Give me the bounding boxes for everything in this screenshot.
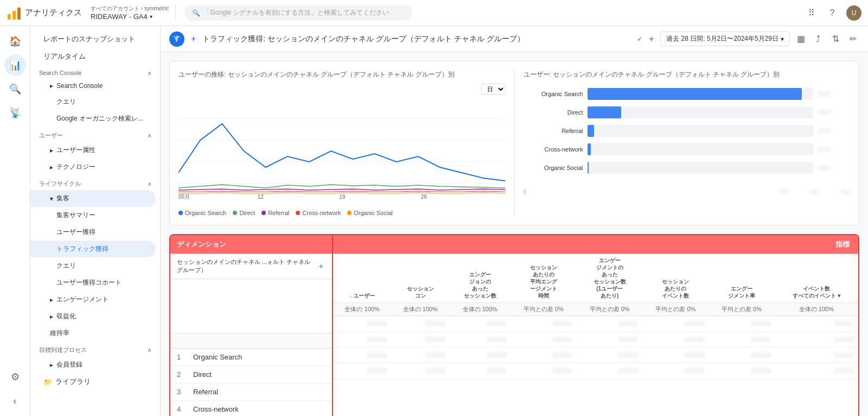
bar-chart-x-axis: 0 ### ### ### <box>524 189 851 195</box>
bar-fill <box>588 88 802 100</box>
cell-event-count: ###### <box>775 316 858 332</box>
sidebar-section-lifecycle[interactable]: ライフサイクル ∧ <box>30 175 160 190</box>
bar-label: Referral <box>524 128 583 134</box>
compare-icon[interactable]: ⇅ <box>829 33 842 46</box>
dimension-subtotal-row <box>170 333 332 349</box>
search-bar[interactable]: 🔍 「Google シグナルを有効にする方法」と検索してみてください <box>184 5 412 21</box>
table-row[interactable]: 4 Cross-network <box>170 401 332 416</box>
svg-text:05月: 05月 <box>178 194 190 200</box>
nav-reports[interactable]: 📊 <box>4 54 26 76</box>
row-label: Direct <box>193 370 212 379</box>
charts-section: ユーザーの推移: セッションのメインのチャネル グループ（デフォルト チャネル … <box>169 61 859 225</box>
period-selector[interactable]: 日 週 月 <box>481 84 506 94</box>
bar-fill <box>588 125 594 137</box>
sidebar-section-user[interactable]: ユーザー ∧ <box>30 127 160 142</box>
date-range-text: 過去 28 日間: 5月2日〜2024年5月29日 <box>666 34 778 43</box>
col-header-engaged-sessions[interactable]: エングージョンのあったセッション数 <box>449 254 510 303</box>
sidebar-item-snapshot[interactable]: レポートのスナップショット <box>30 30 156 48</box>
bar-track <box>588 125 814 137</box>
subtotal-users: 全体の 100% <box>333 303 391 316</box>
date-range-picker[interactable]: 過去 28 日間: 5月2日〜2024年5月29日 ▾ <box>660 31 790 46</box>
cell-sessions: ###### <box>391 316 449 332</box>
sidebar-item-retention[interactable]: 維持率 <box>30 325 156 342</box>
table-row[interactable]: 2 Direct <box>170 366 332 383</box>
col-header-event-count[interactable]: イベント数すべてのイベント ▾ <box>775 254 858 303</box>
dimension-header: ディメンション <box>170 235 332 254</box>
legend-cross-network: Cross-network <box>296 210 341 216</box>
line-chart-section: ユーザーの推移: セッションのメインのチャネル グループ（デフォルト チャネル … <box>178 70 506 216</box>
chart-legend: Organic Search Direct Referral Cros <box>178 210 506 216</box>
app-name: アナリティクス <box>25 8 82 18</box>
nav-advertising[interactable]: 📡 <box>4 102 26 124</box>
section-label: ユーザー <box>39 131 63 140</box>
col-header-avg-engagement[interactable]: セッションあたりの平均エングージメント時間 <box>510 254 577 303</box>
col-header-users[interactable]: ↓ ユーザー <box>333 254 391 303</box>
avatar[interactable]: U <box>846 5 861 21</box>
cell-sessions: ###### <box>391 363 449 379</box>
account-name[interactable]: RIDEAWAY - GA4 ▾ <box>91 12 169 21</box>
svg-text:26: 26 <box>421 194 427 200</box>
sidebar-item-acquisition[interactable]: ▾ 集客 <box>30 190 156 207</box>
bar-row-organic-social: Organic Social #### <box>524 162 851 174</box>
table-row: ###### ###### ###### ###### ###### #####… <box>333 332 858 348</box>
sidebar-item-acquisition-summary[interactable]: 集客サマリー <box>30 207 156 224</box>
bar-value: #### <box>818 128 850 134</box>
cell-event-count: ###### <box>775 363 858 379</box>
table-row[interactable]: 1 Organic Search <box>170 349 332 366</box>
add-comparison-button[interactable]: + <box>647 34 656 44</box>
sort-arrow: ↓ <box>349 293 352 299</box>
nav-settings[interactable]: ⚙ <box>4 366 26 388</box>
share-icon[interactable]: ⤴ <box>812 33 825 46</box>
add-tab-button[interactable]: + <box>189 34 198 44</box>
col-header-sessions[interactable]: セッションコン <box>391 254 449 303</box>
metrics-panel: 指標 ↓ ユーザー セッションコン エングージョンのあったセッション数 セッショ… <box>333 235 858 416</box>
sidebar-item-traffic-acquisition[interactable]: トラフィック獲得 <box>30 241 156 257</box>
sidebar-item-search-console[interactable]: ▸ Search Console <box>30 78 156 93</box>
sidebar-item-realtime[interactable]: リアルタイム <box>30 48 156 65</box>
sidebar-item-cohort[interactable]: ユーザー獲得コホート <box>30 274 156 291</box>
sidebar-item-query[interactable]: クエリ <box>30 93 156 110</box>
dimension-column-label: セッションのメインのチャネル ...ォルト チャネル グループ） <box>177 258 317 274</box>
bar-row-cross-network: Cross-network #### <box>524 143 851 155</box>
sidebar-item-user-acquisition[interactable]: ユーザー獲得 <box>30 224 156 241</box>
page-title: トラフィック獲得: セッションのメインのチャネル グループ（デフォルト チャネル… <box>202 34 633 44</box>
add-dimension-button[interactable]: + <box>317 262 326 270</box>
table-row: ###### ###### ###### ###### ###### #####… <box>333 348 858 363</box>
apps-icon[interactable]: ⠿ <box>805 7 818 20</box>
sidebar-item-member-register[interactable]: ▸ 会員登録 <box>30 356 156 373</box>
sidebar-item-technology[interactable]: ▸ テクノロジー <box>30 159 156 175</box>
expand-icon: ▸ <box>50 163 53 171</box>
sidebar-item-organic-search[interactable]: Google オーガニック検索レ... <box>30 110 156 127</box>
subtotal-event-count: 全体の 100% <box>775 303 858 316</box>
cell-engaged: ###### <box>449 363 510 379</box>
sidebar-item-demographics[interactable]: ▸ ユーザー属性 <box>30 142 156 159</box>
sidebar-item-query2[interactable]: クエリ <box>30 257 156 274</box>
table-row[interactable]: 3 Referral <box>170 383 332 401</box>
col-header-events-per-session[interactable]: セッションあたりのイベント数 <box>643 254 709 303</box>
subheader-right: ✓ + 過去 28 日間: 5月2日〜2024年5月29日 ▾ ▦ ⤴ ⇅ ✏ <box>637 31 859 46</box>
sidebar-item-monetization[interactable]: ▸ 収益化 <box>30 308 156 325</box>
legend-referral: Referral <box>261 210 289 216</box>
sidebar-item-engagement[interactable]: ▸ エンゲージメント <box>30 291 156 308</box>
metrics-header: 指標 <box>333 235 858 254</box>
nav-icons: 🏠 📊 🔍 📡 ⚙ ‹ <box>0 26 30 416</box>
edit-icon[interactable]: ✏ <box>846 33 859 46</box>
expand-icon: ▾ <box>50 195 53 203</box>
legend-dot <box>261 211 266 215</box>
subtotal-avg-eng: 平均との差 0% <box>510 303 577 316</box>
search-placeholder: 「Google シグナルを有効にする方法」と検索してみてください <box>203 8 389 17</box>
bar-fill <box>588 143 591 155</box>
nav-collapse[interactable]: ‹ <box>4 390 26 412</box>
sidebar-section-search-console[interactable]: Search Console ∧ <box>30 65 160 78</box>
col-header-engagement-rate[interactable]: エングージメント率 <box>709 254 775 303</box>
sidebar-item-library[interactable]: 📁 ライブラリ <box>30 373 156 390</box>
cell-eng-per-user: ###### <box>577 316 643 332</box>
nav-explore[interactable]: 🔍 <box>4 78 26 100</box>
cell-eng-per-user: ###### <box>577 332 643 348</box>
col-header-engaged-per-user[interactable]: エンゲージメントのあったセッション数(1ユーザーあたり) <box>577 254 643 303</box>
bar-chart-icon[interactable]: ▦ <box>794 33 807 46</box>
help-icon[interactable]: ? <box>826 7 839 20</box>
nav-home[interactable]: 🏠 <box>4 30 26 52</box>
sidebar-section-goal[interactable]: 目標到達プロセス ∧ <box>30 342 160 356</box>
subheader-avatar: す <box>169 31 184 47</box>
